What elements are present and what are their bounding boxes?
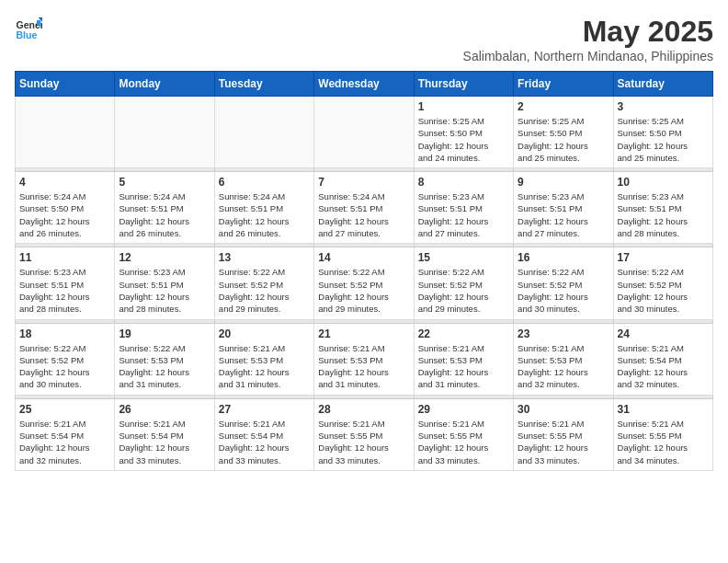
- month-year-title: May 2025: [463, 15, 713, 49]
- weekday-header-thursday: Thursday: [414, 72, 513, 97]
- day-info: Sunrise: 5:22 AM Sunset: 5:53 PM Dayligh…: [119, 342, 210, 391]
- day-info: Sunrise: 5:21 AM Sunset: 5:55 PM Dayligh…: [618, 418, 709, 466]
- calendar-cell: 24Sunrise: 5:21 AM Sunset: 5:54 PM Dayli…: [613, 323, 712, 395]
- day-number: 15: [418, 251, 509, 264]
- calendar-cell: 11Sunrise: 5:23 AM Sunset: 5:51 PM Dayli…: [16, 247, 115, 319]
- day-info: Sunrise: 5:21 AM Sunset: 5:53 PM Dayligh…: [518, 342, 609, 391]
- calendar-cell: 30Sunrise: 5:21 AM Sunset: 5:55 PM Dayli…: [514, 398, 613, 470]
- day-number: 17: [618, 251, 709, 264]
- day-info: Sunrise: 5:25 AM Sunset: 5:50 PM Dayligh…: [518, 115, 609, 164]
- calendar-cell: 10Sunrise: 5:23 AM Sunset: 5:51 PM Dayli…: [613, 172, 712, 244]
- day-number: 30: [518, 403, 609, 416]
- day-number: 28: [318, 403, 409, 416]
- day-number: 18: [19, 327, 110, 340]
- calendar-cell: 16Sunrise: 5:22 AM Sunset: 5:52 PM Dayli…: [514, 247, 613, 319]
- calendar-cell: 3Sunrise: 5:25 AM Sunset: 5:50 PM Daylig…: [613, 97, 712, 168]
- logo: General Blue: [15, 15, 42, 42]
- day-info: Sunrise: 5:23 AM Sunset: 5:51 PM Dayligh…: [119, 266, 210, 315]
- day-number: 27: [219, 403, 310, 416]
- day-number: 8: [418, 176, 509, 189]
- svg-text:Blue: Blue: [17, 29, 38, 40]
- calendar-week-row: 11Sunrise: 5:23 AM Sunset: 5:51 PM Dayli…: [16, 247, 713, 319]
- calendar-week-row: 18Sunrise: 5:22 AM Sunset: 5:52 PM Dayli…: [16, 323, 713, 395]
- calendar-cell: 7Sunrise: 5:24 AM Sunset: 5:51 PM Daylig…: [314, 172, 414, 244]
- day-info: Sunrise: 5:21 AM Sunset: 5:53 PM Dayligh…: [418, 342, 509, 391]
- calendar-cell: [115, 97, 214, 168]
- day-info: Sunrise: 5:21 AM Sunset: 5:53 PM Dayligh…: [219, 342, 310, 391]
- day-number: 16: [518, 251, 609, 264]
- calendar-cell: 27Sunrise: 5:21 AM Sunset: 5:54 PM Dayli…: [214, 398, 313, 470]
- day-info: Sunrise: 5:21 AM Sunset: 5:54 PM Dayligh…: [119, 418, 210, 466]
- day-number: 22: [418, 327, 509, 340]
- calendar-cell: 4Sunrise: 5:24 AM Sunset: 5:50 PM Daylig…: [16, 172, 115, 244]
- calendar-cell: 13Sunrise: 5:22 AM Sunset: 5:52 PM Dayli…: [214, 247, 313, 319]
- calendar-cell: 2Sunrise: 5:25 AM Sunset: 5:50 PM Daylig…: [514, 97, 613, 168]
- day-info: Sunrise: 5:23 AM Sunset: 5:51 PM Dayligh…: [418, 190, 509, 239]
- calendar-cell: 25Sunrise: 5:21 AM Sunset: 5:54 PM Dayli…: [16, 398, 115, 470]
- day-info: Sunrise: 5:21 AM Sunset: 5:55 PM Dayligh…: [518, 418, 609, 466]
- calendar-week-row: 25Sunrise: 5:21 AM Sunset: 5:54 PM Dayli…: [16, 398, 713, 470]
- calendar-cell: 29Sunrise: 5:21 AM Sunset: 5:55 PM Dayli…: [414, 398, 513, 470]
- day-info: Sunrise: 5:22 AM Sunset: 5:52 PM Dayligh…: [518, 266, 609, 315]
- day-number: 24: [618, 327, 709, 340]
- day-number: 2: [518, 100, 609, 113]
- day-info: Sunrise: 5:21 AM Sunset: 5:55 PM Dayligh…: [418, 418, 509, 466]
- weekday-header-monday: Monday: [115, 72, 214, 97]
- day-info: Sunrise: 5:24 AM Sunset: 5:51 PM Dayligh…: [219, 190, 310, 239]
- day-info: Sunrise: 5:23 AM Sunset: 5:51 PM Dayligh…: [618, 190, 709, 239]
- calendar-cell: 17Sunrise: 5:22 AM Sunset: 5:52 PM Dayli…: [613, 247, 712, 319]
- calendar-cell: 8Sunrise: 5:23 AM Sunset: 5:51 PM Daylig…: [414, 172, 513, 244]
- calendar-cell: 31Sunrise: 5:21 AM Sunset: 5:55 PM Dayli…: [613, 398, 712, 470]
- weekday-header-friday: Friday: [514, 72, 613, 97]
- day-number: 21: [318, 327, 409, 340]
- calendar-cell: 18Sunrise: 5:22 AM Sunset: 5:52 PM Dayli…: [16, 323, 115, 395]
- day-number: 6: [219, 176, 310, 189]
- weekday-header-tuesday: Tuesday: [214, 72, 313, 97]
- day-info: Sunrise: 5:22 AM Sunset: 5:52 PM Dayligh…: [618, 266, 709, 315]
- calendar-cell: 26Sunrise: 5:21 AM Sunset: 5:54 PM Dayli…: [115, 398, 214, 470]
- day-info: Sunrise: 5:23 AM Sunset: 5:51 PM Dayligh…: [19, 266, 110, 315]
- calendar-cell: 28Sunrise: 5:21 AM Sunset: 5:55 PM Dayli…: [314, 398, 414, 470]
- calendar-cell: 14Sunrise: 5:22 AM Sunset: 5:52 PM Dayli…: [314, 247, 414, 319]
- calendar-cell: [314, 97, 414, 168]
- day-number: 14: [318, 251, 409, 264]
- calendar-cell: 5Sunrise: 5:24 AM Sunset: 5:51 PM Daylig…: [115, 172, 214, 244]
- calendar-cell: 22Sunrise: 5:21 AM Sunset: 5:53 PM Dayli…: [414, 323, 513, 395]
- day-number: 25: [19, 403, 110, 416]
- day-info: Sunrise: 5:21 AM Sunset: 5:54 PM Dayligh…: [618, 342, 709, 391]
- calendar-cell: 15Sunrise: 5:22 AM Sunset: 5:52 PM Dayli…: [414, 247, 513, 319]
- day-number: 20: [219, 327, 310, 340]
- day-info: Sunrise: 5:21 AM Sunset: 5:54 PM Dayligh…: [219, 418, 310, 466]
- calendar-cell: 19Sunrise: 5:22 AM Sunset: 5:53 PM Dayli…: [115, 323, 214, 395]
- day-number: 26: [119, 403, 210, 416]
- day-number: 7: [318, 176, 409, 189]
- day-number: 5: [119, 176, 210, 189]
- day-info: Sunrise: 5:22 AM Sunset: 5:52 PM Dayligh…: [219, 266, 310, 315]
- calendar-cell: [214, 97, 313, 168]
- day-info: Sunrise: 5:21 AM Sunset: 5:55 PM Dayligh…: [318, 418, 409, 466]
- weekday-header-wednesday: Wednesday: [314, 72, 414, 97]
- day-number: 19: [119, 327, 210, 340]
- location-subtitle: Salimbalan, Northern Mindanao, Philippin…: [463, 49, 713, 63]
- day-number: 23: [518, 327, 609, 340]
- calendar-cell: 9Sunrise: 5:23 AM Sunset: 5:51 PM Daylig…: [514, 172, 613, 244]
- day-number: 11: [19, 251, 110, 264]
- day-number: 10: [618, 176, 709, 189]
- day-number: 4: [19, 176, 110, 189]
- day-number: 31: [618, 403, 709, 416]
- calendar-cell: 12Sunrise: 5:23 AM Sunset: 5:51 PM Dayli…: [115, 247, 214, 319]
- weekday-header-saturday: Saturday: [613, 72, 712, 97]
- day-info: Sunrise: 5:25 AM Sunset: 5:50 PM Dayligh…: [618, 115, 709, 164]
- day-number: 3: [618, 100, 709, 113]
- calendar-cell: 23Sunrise: 5:21 AM Sunset: 5:53 PM Dayli…: [514, 323, 613, 395]
- calendar-cell: [16, 97, 115, 168]
- day-number: 29: [418, 403, 509, 416]
- weekday-header-row: SundayMondayTuesdayWednesdayThursdayFrid…: [16, 72, 713, 97]
- logo-icon: General Blue: [15, 15, 42, 42]
- day-info: Sunrise: 5:24 AM Sunset: 5:50 PM Dayligh…: [19, 190, 110, 239]
- day-number: 9: [518, 176, 609, 189]
- calendar-cell: 21Sunrise: 5:21 AM Sunset: 5:53 PM Dayli…: [314, 323, 414, 395]
- title-block: May 2025 Salimbalan, Northern Mindanao, …: [463, 15, 713, 63]
- calendar-cell: 1Sunrise: 5:25 AM Sunset: 5:50 PM Daylig…: [414, 97, 513, 168]
- calendar-table: SundayMondayTuesdayWednesdayThursdayFrid…: [15, 71, 713, 471]
